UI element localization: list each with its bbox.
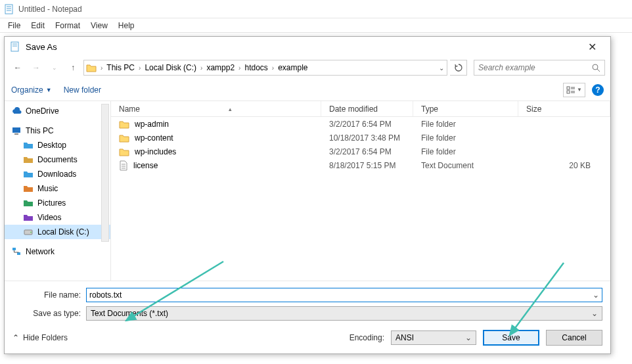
cancel-button[interactable]: Cancel <box>546 330 602 346</box>
breadcrumb-part[interactable]: This PC <box>104 63 137 72</box>
sidebar-item[interactable]: Downloads <box>5 167 110 181</box>
view-options-button[interactable]: ▼ <box>563 83 585 97</box>
encoding-combo[interactable]: ANSI ⌄ <box>391 330 476 345</box>
filename-field[interactable]: ⌄ <box>86 288 602 302</box>
sidebar-item[interactable]: Local Disk (C:) <box>5 225 110 239</box>
folder-icon <box>119 133 129 143</box>
search-box[interactable] <box>474 60 605 76</box>
hide-folders-button[interactable]: ⌃ Hide Folders <box>12 333 68 342</box>
file-type: File folder <box>413 147 518 156</box>
chevron-right-icon[interactable]: › <box>99 64 104 72</box>
sidebar-item[interactable]: Pictures <box>5 196 110 210</box>
file-row[interactable]: wp-content10/18/2017 3:48 PMFile folder <box>111 131 610 145</box>
scrollbar[interactable] <box>101 104 109 242</box>
chevron-right-icon[interactable]: › <box>137 64 143 72</box>
column-name[interactable]: Name▴ <box>111 101 321 116</box>
column-size[interactable]: Size <box>518 101 610 116</box>
sidebar-item[interactable]: OneDrive <box>5 104 110 118</box>
sidebar-item-label: Downloads <box>37 170 76 179</box>
menu-help[interactable]: Help <box>113 20 140 32</box>
chevron-right-icon[interactable]: › <box>237 64 242 72</box>
forward-button[interactable]: → <box>28 60 44 76</box>
file-icon <box>119 160 128 171</box>
svg-rect-0 <box>5 5 12 14</box>
sort-asc-icon: ▴ <box>229 106 232 112</box>
organize-button[interactable]: Organize ▼ <box>11 85 52 95</box>
menu-file[interactable]: File <box>3 20 26 32</box>
svg-rect-16 <box>14 133 18 135</box>
file-name: wp-content <box>135 133 173 143</box>
file-row[interactable]: wp-includes3/2/2017 6:54 PMFile folder <box>111 145 610 158</box>
menu-format[interactable]: Format <box>50 20 85 32</box>
chevron-down-icon[interactable]: ⌄ <box>593 290 599 300</box>
back-button[interactable]: ← <box>10 60 26 76</box>
notepad-title: Untitled - Notepad <box>18 5 82 14</box>
chevron-right-icon[interactable]: › <box>198 64 204 72</box>
dialog-title: Save As <box>26 42 579 52</box>
breadcrumb[interactable]: › This PC › Local Disk (C:) › xampp2 › h… <box>83 60 447 76</box>
file-type: File folder <box>413 120 518 129</box>
search-icon <box>591 63 600 72</box>
sidebar-item-label: Pictures <box>37 198 66 208</box>
filename-input[interactable] <box>89 290 593 300</box>
file-date: 10/18/2017 3:48 PM <box>321 133 413 143</box>
sidebar-item[interactable]: Desktop <box>5 138 110 152</box>
file-row[interactable]: license8/18/2017 5:15 PMText Document20 … <box>111 158 610 172</box>
breadcrumb-part[interactable]: Local Disk (C:) <box>143 63 198 72</box>
saveastype-combo[interactable]: Text Documents (*.txt) ⌄ <box>86 306 602 321</box>
file-date: 3/2/2017 6:54 PM <box>321 147 413 156</box>
chevron-down-icon: ⌄ <box>465 333 472 342</box>
svg-rect-19 <box>12 248 16 250</box>
svg-rect-4 <box>11 42 18 51</box>
sidebar-item-label: Videos <box>37 213 61 222</box>
sidebar-item[interactable]: Network <box>5 244 110 259</box>
sidebar-item[interactable]: This PC <box>5 124 110 138</box>
dialog-titlebar: Save As ✕ <box>5 37 610 57</box>
svg-line-8 <box>597 69 600 72</box>
sidebar-item-label: This PC <box>26 126 54 135</box>
column-type[interactable]: Type <box>413 101 518 116</box>
sidebar-item-label: Music <box>37 184 58 193</box>
menu-edit[interactable]: Edit <box>26 20 50 32</box>
folder-icon <box>119 120 129 129</box>
chevron-right-icon[interactable]: › <box>270 64 276 72</box>
file-date: 8/18/2017 5:15 PM <box>321 161 413 170</box>
breadcrumb-part[interactable]: xampp2 <box>204 63 237 72</box>
refresh-button[interactable] <box>450 60 467 76</box>
search-input[interactable] <box>478 63 591 72</box>
sidebar-item[interactable]: Documents <box>5 152 110 167</box>
file-row[interactable]: wp-admin3/2/2017 6:54 PMFile folder <box>111 117 610 131</box>
folder-icon <box>119 147 129 156</box>
sidebar-item-label: Network <box>26 247 55 256</box>
chevron-down-icon: ▼ <box>46 87 52 93</box>
menu-view[interactable]: View <box>85 20 113 32</box>
close-button[interactable]: ✕ <box>579 41 605 53</box>
chevron-down-icon: ▼ <box>577 87 582 93</box>
sidebar: OneDriveThis PCDesktopDocumentsDownloads… <box>5 101 111 281</box>
sidebar-item-label: Local Disk (C:) <box>37 227 89 237</box>
filename-label: File name: <box>12 290 86 300</box>
chevron-down-icon[interactable]: ⌄ <box>439 64 444 72</box>
nav-row: ← → ⌄ ↑ › This PC › Local Disk (C:) › xa… <box>5 57 610 79</box>
column-date[interactable]: Date modified <box>321 101 413 116</box>
breadcrumb-part[interactable]: example <box>276 63 309 72</box>
sidebar-item[interactable]: Videos <box>5 210 110 225</box>
file-pane: Name▴ Date modified Type Size wp-admin3/… <box>111 101 610 281</box>
sidebar-item[interactable]: Music <box>5 181 110 196</box>
recent-dropdown[interactable]: ⌄ <box>47 60 62 76</box>
new-folder-button[interactable]: New folder <box>64 85 101 95</box>
help-button[interactable]: ? <box>592 84 604 96</box>
chevron-down-icon: ⌄ <box>591 309 598 318</box>
save-button[interactable]: Save <box>483 330 539 346</box>
up-button[interactable]: ↑ <box>65 60 81 76</box>
breadcrumb-part[interactable]: htdocs <box>242 63 269 72</box>
file-size: 20 KB <box>518 161 610 170</box>
notepad-titlebar: Untitled - Notepad <box>0 0 632 18</box>
sidebar-item-label: Documents <box>37 155 78 164</box>
column-headers: Name▴ Date modified Type Size <box>111 101 610 117</box>
file-type: Text Document <box>413 161 518 170</box>
svg-rect-9 <box>567 87 570 89</box>
sidebar-item-label: OneDrive <box>26 106 59 116</box>
notepad-icon <box>4 4 14 14</box>
svg-rect-20 <box>17 252 20 255</box>
